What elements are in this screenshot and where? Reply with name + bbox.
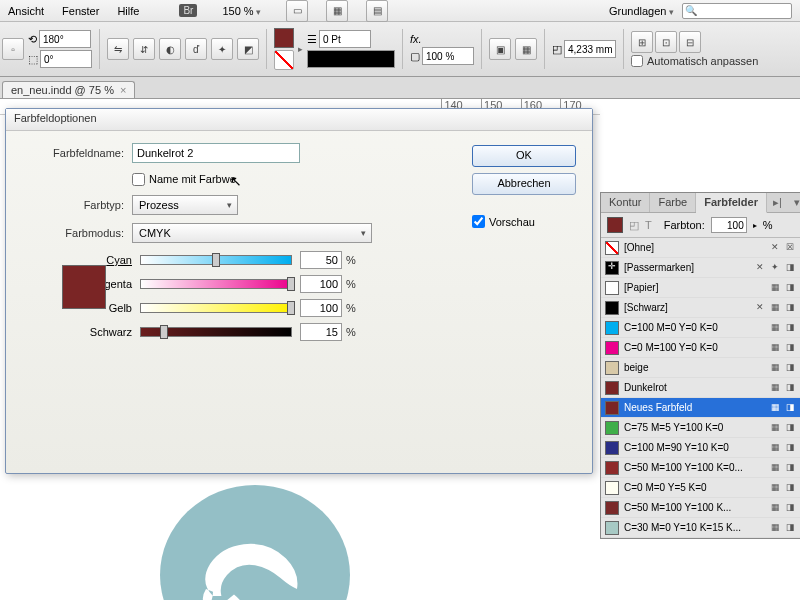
arrange-icon[interactable]: ▦ [326, 0, 348, 22]
swatch-chip [605, 461, 619, 475]
mode-icon: ◨ [784, 362, 796, 374]
black-value[interactable] [300, 323, 342, 341]
stroke-weight[interactable] [319, 30, 371, 48]
panel-collapse-icon[interactable]: ▸| [767, 193, 788, 212]
workspace-dropdown[interactable]: Grundlagen [609, 5, 674, 17]
screen-mode-icon[interactable]: ▭ [286, 0, 308, 22]
wrap-none-icon[interactable]: ▣ [489, 38, 511, 60]
mode-icon: ◨ [784, 482, 796, 494]
preview-checkbox[interactable] [472, 215, 485, 228]
swatch-chip [605, 501, 619, 515]
swatch-row[interactable]: Neues Farbfeld▦◨ [601, 398, 800, 418]
crop-icon: ◰ [552, 43, 562, 56]
stroke-weight-icon: ☰ [307, 33, 317, 46]
text-icon[interactable]: T [645, 219, 652, 231]
opacity-field[interactable] [422, 47, 474, 65]
view-icon[interactable]: ▤ [366, 0, 388, 22]
ok-button[interactable]: OK [472, 145, 576, 167]
rotate-icon: ⟲ [28, 33, 37, 46]
name-with-value-checkbox[interactable] [132, 173, 145, 186]
yellow-slider[interactable] [140, 303, 292, 313]
fx-icon[interactable]: fx. [410, 33, 422, 45]
swatch-row[interactable]: Dunkelrot▦◨ [601, 378, 800, 398]
farbton-input[interactable] [711, 217, 747, 233]
magenta-value[interactable] [300, 275, 342, 293]
tab-kontur[interactable]: Kontur [601, 193, 650, 212]
mode-icon: ◨ [784, 522, 796, 534]
document-tab[interactable]: en_neu.indd @ 75 % × [2, 81, 135, 98]
pct-label: % [763, 219, 773, 231]
swatch-row[interactable]: [Ohne]✕☒ [601, 238, 800, 258]
type-icon: ▦ [769, 382, 781, 394]
cyan-value[interactable] [300, 251, 342, 269]
transform-icon[interactable]: ✦ [211, 38, 233, 60]
colormode-dropdown[interactable]: CMYK [132, 223, 372, 243]
swatch-row[interactable]: C=50 M=100 Y=100 K=0...▦◨ [601, 458, 800, 478]
crop-field[interactable] [564, 40, 616, 58]
effects-icon[interactable]: ◐ [159, 38, 181, 60]
stroke-style[interactable] [307, 50, 395, 68]
fill-swatch[interactable] [274, 28, 294, 48]
mode-icon: ◨ [784, 382, 796, 394]
swatch-name: C=100 M=90 Y=10 K=0 [624, 442, 764, 453]
menu-hilfe[interactable]: Hilfe [117, 5, 139, 17]
swatch-row[interactable]: [Passermarken]✕✦◨ [601, 258, 800, 278]
container-icon[interactable]: ◰ [629, 219, 639, 232]
cancel-button[interactable]: Abbrechen [472, 173, 576, 195]
swatch-row[interactable]: [Papier]▦◨ [601, 278, 800, 298]
type-icon: ✦ [769, 262, 781, 274]
magenta-slider[interactable] [140, 279, 292, 289]
center-icon[interactable]: ⊟ [679, 31, 701, 53]
bridge-button[interactable]: Br [179, 4, 197, 17]
swatch-chip [605, 261, 619, 275]
swatch-name: [Passermarken] [624, 262, 749, 273]
menu-ansicht[interactable]: Ansicht [8, 5, 44, 17]
swatch-row[interactable]: C=0 M=100 Y=0 K=0▦◨ [601, 338, 800, 358]
swatch-chip [605, 421, 619, 435]
autofit-checkbox[interactable] [631, 55, 643, 67]
swatch-row[interactable]: C=0 M=0 Y=5 K=0▦◨ [601, 478, 800, 498]
swatch-row[interactable]: [Schwarz]✕▦◨ [601, 298, 800, 318]
yellow-value[interactable] [300, 299, 342, 317]
corner-icon[interactable]: ◩ [237, 38, 259, 60]
rotation-2[interactable] [40, 50, 92, 68]
mode-icon: ◨ [784, 402, 796, 414]
black-slider[interactable] [140, 327, 292, 337]
swatch-row[interactable]: C=100 M=90 Y=10 K=0▦◨ [601, 438, 800, 458]
swatch-row[interactable]: C=50 M=100 Y=100 K...▦◨ [601, 498, 800, 518]
anchor-icon[interactable]: ▫ [2, 38, 24, 60]
type-icon: ▦ [769, 302, 781, 314]
fit-content-icon[interactable]: ⊞ [631, 31, 653, 53]
mode-icon: ◨ [784, 302, 796, 314]
tab-farbfelder[interactable]: Farbfelder [696, 193, 767, 213]
swatch-name-input[interactable] [132, 143, 300, 163]
swatch-chip [605, 361, 619, 375]
flip-v-icon[interactable]: ⇵ [133, 38, 155, 60]
stroke-swatch[interactable] [274, 50, 294, 70]
search-input[interactable] [682, 3, 792, 19]
wrap-bound-icon[interactable]: ▦ [515, 38, 537, 60]
swatch-name: Neues Farbfeld [624, 402, 764, 413]
mode-icon: ◨ [784, 262, 796, 274]
fit-frame-icon[interactable]: ⊡ [655, 31, 677, 53]
menu-fenster[interactable]: Fenster [62, 5, 99, 17]
preview-label: Vorschau [489, 216, 535, 228]
zoom-dropdown[interactable]: 150 % [215, 3, 268, 19]
close-tab-icon[interactable]: × [120, 84, 126, 96]
mode-icon: ◨ [784, 322, 796, 334]
type-icon: ▦ [769, 482, 781, 494]
swatch-row[interactable]: C=100 M=0 Y=0 K=0▦◨ [601, 318, 800, 338]
swatch-row[interactable]: C=75 M=5 Y=100 K=0▦◨ [601, 418, 800, 438]
flip-h-icon[interactable]: ⇋ [107, 38, 129, 60]
farbton-arrow-icon[interactable]: ▸ [753, 221, 757, 230]
panel-menu-icon[interactable]: ▾≡ [788, 193, 800, 212]
colortype-dropdown[interactable]: Prozess [132, 195, 238, 215]
swatch-row[interactable]: C=30 M=0 Y=10 K=15 K...▦◨ [601, 518, 800, 538]
swatch-row[interactable]: beige▦◨ [601, 358, 800, 378]
dialog-title: Farbfeldoptionen [6, 109, 592, 131]
fill-stroke-toggle[interactable] [607, 217, 623, 233]
type-icon[interactable]: ď [185, 38, 207, 60]
cyan-slider[interactable] [140, 255, 292, 265]
tab-farbe[interactable]: Farbe [650, 193, 696, 212]
rotation-1[interactable] [39, 30, 91, 48]
